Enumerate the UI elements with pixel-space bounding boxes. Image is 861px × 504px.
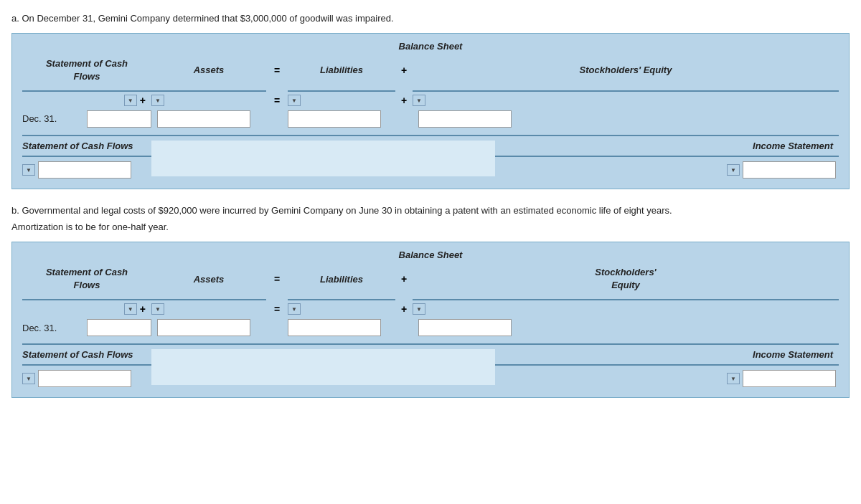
plus-sign-a: + (140, 95, 146, 106)
section-b-text-1: b. Governmental and legal costs of $920,… (11, 204, 850, 218)
scf-label-b: Statement of Cash Flows (22, 266, 151, 292)
scf-dropdown-arrow-a[interactable]: ▼ (124, 95, 137, 106)
dec31-se-input-a[interactable] (413, 110, 839, 128)
section-a-table: Balance Sheet Statement of Cash Flows As… (11, 33, 850, 189)
liab-dropdown-area-b: ▼ (288, 303, 395, 315)
scf-dropdown-area-b: ▼ + (22, 303, 151, 315)
dec31-liab-field-b[interactable] (288, 319, 381, 336)
plus-mid-a: + (395, 95, 413, 106)
scf-bottom-label-b: Statement of Cash Flows (22, 349, 151, 360)
section-b-text-2: Amortization is to be for one-half year. (11, 220, 850, 234)
se-dropdown-area-b: ▼ (413, 303, 839, 315)
equals-mid-b: = (266, 303, 288, 315)
income-stmt-section-b: Income Statement ▼ (495, 349, 839, 387)
plus-a: + (395, 65, 413, 76)
scf-dropdown-area-a: ▼ + (22, 95, 151, 106)
se-label-b: Stockholders' Equity (413, 266, 839, 292)
scf-bottom-section-b: Statement of Cash Flows ▼ (22, 349, 151, 387)
income-bottom-dropdown-b[interactable]: ▼ (727, 373, 740, 384)
assets-dropdown-area-a: ▼ (151, 95, 266, 106)
dec31-scf-field-b[interactable] (87, 319, 151, 336)
section-a-text: a. On December 31, Gemini Company determ… (11, 11, 850, 26)
dec31-liab-input-a[interactable] (288, 110, 395, 128)
dec31-assets-field-b[interactable] (157, 319, 250, 336)
assets-dropdown-area-b: ▼ (151, 303, 266, 315)
scf-bottom-label-a: Statement of Cash Flows (22, 141, 151, 151)
se-label-a: Stockholders' Equity (413, 65, 839, 75)
dec31-liab-input-b[interactable] (288, 319, 395, 336)
assets-label-a: Assets (151, 65, 266, 75)
dec31-scf-field-a[interactable] (87, 110, 151, 128)
equals-mid-a: = (266, 95, 288, 106)
liabilities-label-b: Liabilities (288, 274, 395, 285)
dec31-liab-field-a[interactable] (288, 110, 381, 128)
assets-label-b: Assets (151, 274, 266, 285)
dec31-scf-input-a[interactable] (87, 110, 151, 128)
equals-a: = (266, 65, 288, 76)
se-dropdown-arrow-b[interactable]: ▼ (413, 303, 425, 315)
dec31-scf-input-b[interactable] (87, 319, 151, 336)
scf-bottom-dropdown-b[interactable]: ▼ (22, 373, 35, 384)
dec31-se-field-b[interactable] (418, 319, 512, 336)
dec31-se-input-b[interactable] (413, 319, 839, 336)
section-b-table: Balance Sheet Statement of Cash Flows As… (11, 242, 850, 398)
scf-bottom-input-b[interactable] (38, 370, 131, 387)
liab-dropdown-area-a: ▼ (288, 95, 395, 106)
middle-blank-a (151, 141, 495, 176)
scf-bottom-input-a[interactable] (38, 161, 131, 179)
middle-blank-b (151, 349, 495, 385)
dec31-se-field-a[interactable] (418, 110, 512, 128)
income-bottom-dropdown-a[interactable]: ▼ (727, 164, 740, 176)
scf-bottom-dropdown-a[interactable]: ▼ (22, 164, 35, 176)
plus-mid-b: + (395, 303, 413, 315)
dec31-assets-field-a[interactable] (157, 110, 250, 128)
dec31-label-a: Dec. 31. (22, 113, 87, 124)
income-stmt-section-a: Income Statement ▼ (495, 141, 839, 179)
liabilities-label-a: Liabilities (288, 65, 395, 75)
scf-label-a: Statement of Cash Flows (22, 57, 151, 83)
balance-sheet-header-a: Balance Sheet (22, 41, 839, 52)
liab-dropdown-arrow-b[interactable]: ▼ (288, 303, 301, 315)
equals-b: = (266, 273, 288, 285)
assets-dropdown-arrow-a[interactable]: ▼ (151, 95, 164, 106)
income-stmt-label-b: Income Statement (495, 349, 839, 360)
plus-b: + (395, 273, 413, 285)
scf-bottom-section-a: Statement of Cash Flows ▼ (22, 141, 151, 179)
liab-dropdown-arrow-a[interactable]: ▼ (288, 95, 301, 106)
scf-dropdown-arrow-b[interactable]: ▼ (124, 303, 137, 315)
se-dropdown-arrow-a[interactable]: ▼ (413, 95, 425, 106)
dec31-assets-input-a[interactable] (151, 110, 266, 128)
se-dropdown-area-a: ▼ (413, 95, 839, 106)
income-bottom-input-b[interactable] (743, 370, 836, 387)
income-bottom-input-a[interactable] (743, 161, 836, 179)
plus-sign-b: + (140, 303, 146, 315)
dec31-assets-input-b[interactable] (151, 319, 266, 336)
income-stmt-label-a: Income Statement (495, 141, 839, 151)
balance-sheet-header-b: Balance Sheet (22, 249, 839, 260)
assets-dropdown-arrow-b[interactable]: ▼ (151, 303, 164, 315)
dec31-label-b: Dec. 31. (22, 323, 87, 333)
